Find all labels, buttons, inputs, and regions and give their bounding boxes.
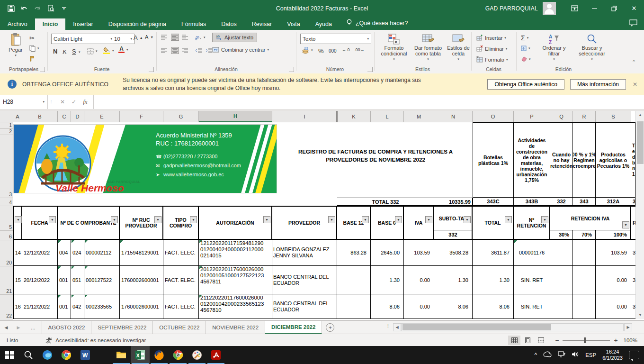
cell-base0-r15[interactable]: 1.30 <box>371 266 404 294</box>
ribbon-display-options-icon[interactable] <box>564 0 584 17</box>
underline-caret-icon[interactable]: ▾ <box>79 50 80 54</box>
cell-serie1-r15[interactable]: 001 <box>58 266 71 294</box>
format-cells-button[interactable]: Formato▾ <box>476 56 508 63</box>
cell-base0-r14[interactable]: 2645.00 <box>371 240 404 266</box>
avatar[interactable] <box>543 2 556 15</box>
cell-base12-r15[interactable] <box>337 266 371 294</box>
cell-ruc-r14[interactable]: 1715948129001 <box>120 240 163 266</box>
worksheet-grid[interactable]: Valle Hermoso GAD PARROQUIAL Acuerdo Min… <box>0 111 644 320</box>
align-center-icon[interactable] <box>171 47 179 54</box>
cell-ret70-r14[interactable] <box>573 240 596 266</box>
name-box[interactable]: H28▾ <box>0 95 48 109</box>
cell-base0-r16[interactable]: 8.06 <box>371 294 404 319</box>
row-header-22[interactable]: 22 <box>0 313 12 319</box>
normal-view-icon[interactable] <box>508 336 520 345</box>
ribbon-tab-datos[interactable]: Datos <box>214 18 244 30</box>
filter-dropdown-icon[interactable]: ▼ <box>541 216 548 223</box>
cell-proveedor-r14[interactable]: LOMBEIDA GONZALEZ JENNY SILVANA <box>272 240 337 266</box>
header-code-R[interactable]: 343 <box>573 198 596 206</box>
header-tall-Q[interactable]: Cuando no hay retención <box>550 122 573 198</box>
row-header-3[interactable]: 3 <box>0 191 12 198</box>
cell-index-r15[interactable]: 15 <box>13 266 22 294</box>
taskbar-excel-icon[interactable]: X <box>131 346 150 364</box>
grow-font-button[interactable]: A▲ <box>134 34 143 41</box>
cell-proveedor-r15[interactable]: BANCO CENTRAL DEL ECUADOR <box>272 266 337 294</box>
zoom-slider[interactable] <box>563 340 610 341</box>
cell-total-r16[interactable]: 8.06 <box>473 294 514 319</box>
print-preview-icon[interactable] <box>46 4 55 13</box>
filter-dropdown-icon[interactable]: ▼ <box>505 216 512 223</box>
cell-fecha-r14[interactable]: 12/12/2022 <box>22 240 58 266</box>
cell-serie1-r16[interactable]: 001 <box>58 294 71 319</box>
page-break-view-icon[interactable] <box>535 336 547 345</box>
column-header-L[interactable]: L <box>371 111 404 122</box>
ribbon-tab-f-rmulas[interactable]: Fórmulas <box>174 18 214 30</box>
header-pct100[interactable]: 100% <box>596 230 631 240</box>
cell-partial-r16[interactable]: 3 <box>631 294 635 319</box>
bold-button[interactable]: N <box>53 48 57 55</box>
accounting-format-button[interactable]: ▾ <box>302 47 313 54</box>
save-icon[interactable] <box>7 4 15 13</box>
header-tall-O[interactable]: Botellas plásticas 1% <box>473 122 514 198</box>
column-header-C[interactable]: C <box>58 111 71 122</box>
customize-qat-icon[interactable]: ▾ <box>60 4 68 13</box>
copy-button[interactable]: ▾ <box>29 45 39 52</box>
find-select-button[interactable]: Buscar y seleccionar▾ <box>573 34 611 62</box>
cell-autorizacion-r16[interactable]: 2112202201176000260000120010420002335651… <box>199 294 272 319</box>
conditional-formatting-button[interactable]: ≠ Formato condicional ▾ <box>378 34 410 62</box>
font-color-button[interactable]: A▾ <box>118 46 128 53</box>
header-code-P[interactable]: 343B <box>514 198 550 206</box>
filter-dropdown-icon[interactable]: ▼ <box>328 216 335 223</box>
page-layout-view-icon[interactable] <box>521 336 534 345</box>
header-code-Q[interactable]: 332 <box>550 198 573 206</box>
tell-me-box[interactable]: ¿Qué desea hacer? <box>340 17 415 30</box>
align-middle-icon[interactable] <box>171 34 179 41</box>
more-info-button[interactable]: Más información <box>570 79 626 90</box>
row-header-2[interactable]: 2 <box>0 128 12 135</box>
action-center-icon[interactable] <box>629 351 639 359</box>
column-header-F[interactable]: F <box>120 111 163 122</box>
filter-dropdown-icon[interactable]: ▼ <box>154 216 161 223</box>
sheet-nav-right-icon[interactable]: ▶ <box>12 321 25 334</box>
filter-dropdown-icon[interactable]: ▼ <box>622 221 629 228</box>
tab-scroll-splitter[interactable]: ⁞ <box>387 324 389 329</box>
filter-dropdown-icon[interactable]: ▼ <box>111 216 118 223</box>
undo-icon[interactable] <box>20 4 28 13</box>
row-header-4[interactable]: 4 <box>0 200 12 206</box>
header-tall-T-partial[interactable]: Tra en de bie mue 1,7 <box>631 122 635 198</box>
insert-cells-button[interactable]: Insertar▾ <box>476 35 506 41</box>
align-right-icon[interactable] <box>182 48 188 53</box>
paste-button[interactable]: Pegar ▾ <box>5 33 27 58</box>
percent-style-button[interactable]: % <box>318 47 324 55</box>
number-format-combo[interactable]: Texto▾ <box>300 34 371 44</box>
cell-comprobante-r16[interactable]: 000233565 <box>84 294 120 319</box>
column-header-Q[interactable]: Q <box>550 111 573 122</box>
taskbar-word-icon[interactable]: W <box>76 346 95 364</box>
cell-proveedor-r16[interactable]: BANCO CENTRAL DEL ECUADOR <box>272 294 337 319</box>
cell-num-retencion-r15[interactable]: SIN. RET <box>514 266 550 294</box>
cell-fecha-r15[interactable]: 20/12/2022 <box>22 266 58 294</box>
filter-dropdown-icon[interactable]: ▼ <box>425 216 432 223</box>
ribbon-tab-vista[interactable]: Vista <box>279 18 308 30</box>
sheet-tab-noviembre-2022[interactable]: NOVIEMBRE 2022 <box>206 321 265 334</box>
hscroll-right-icon[interactable]: ▶ <box>624 323 632 331</box>
collapse-ribbon-icon[interactable]: ⌃ <box>632 59 636 65</box>
comma-style-button[interactable]: 000 <box>329 48 337 54</box>
format-painter-button[interactable] <box>29 55 36 62</box>
taskbar-firefox-icon[interactable] <box>150 346 169 364</box>
cell-base12-r16[interactable] <box>337 294 371 319</box>
taskbar-explorer-icon[interactable] <box>112 346 131 364</box>
ribbon-tab-archivo[interactable]: Archivo <box>0 18 35 30</box>
column-header-H[interactable]: H <box>199 111 272 122</box>
clock[interactable]: 16:24 6/1/2023 <box>602 349 623 361</box>
new-sheet-button[interactable]: + <box>322 321 338 334</box>
column-header-E[interactable]: E <box>84 111 120 122</box>
zoom-level[interactable]: 100% <box>624 337 637 343</box>
restore-button[interactable] <box>604 0 624 17</box>
column-header-B[interactable]: B <box>22 111 58 122</box>
formula-bar-splitter[interactable]: ⁞ <box>48 95 54 109</box>
cell-comprobante-r14[interactable]: 000002112 <box>84 240 120 266</box>
cell-subtotal-r16[interactable]: 8.06 <box>434 294 473 319</box>
italic-button[interactable]: K <box>63 48 67 55</box>
cell-tipo-r14[interactable]: FACT. ELEC. <box>163 240 199 266</box>
